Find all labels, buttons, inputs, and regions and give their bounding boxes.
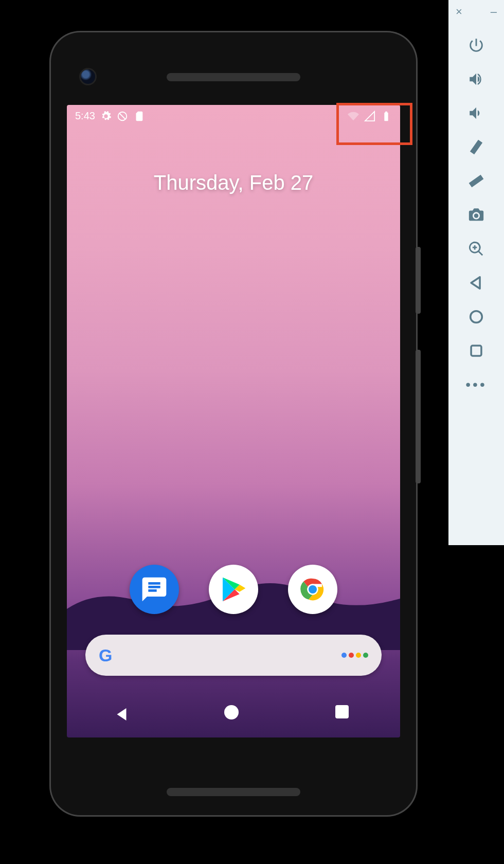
nav-back-button[interactable] [113,705,132,724]
nav-back-icon [113,705,132,724]
power-button[interactable] [465,34,488,57]
volume-up-icon [467,70,485,88]
emulator-home-button[interactable] [465,305,488,328]
circle-home-icon [467,308,485,326]
nav-home-button[interactable] [224,705,243,724]
minimize-window-button[interactable]: – [491,6,497,17]
screenshot-button[interactable] [465,204,488,226]
wifi-icon [348,111,359,122]
status-bar[interactable]: 5:43 [67,105,400,127]
status-bar-right [348,111,392,122]
app-dock [67,565,400,614]
chrome-icon [298,575,327,604]
volume-up-button[interactable] [465,68,488,91]
zoom-in-icon [467,240,485,258]
rotate-left-icon [467,138,485,156]
close-window-button[interactable]: × [456,6,462,17]
google-search-bar[interactable]: G [85,635,382,676]
battery-icon [381,111,392,122]
emulator-overview-button[interactable] [465,339,488,362]
google-logo-icon: G [99,645,112,665]
chrome-app[interactable] [288,565,337,614]
rotate-right-button[interactable] [465,170,488,192]
nav-home-icon [224,705,239,719]
home-date-widget[interactable]: Thursday, Feb 27 [67,171,400,194]
play-store-app[interactable] [209,565,258,614]
assistant-icon[interactable] [341,653,368,658]
triangle-back-icon [467,274,485,292]
zoom-button[interactable] [465,238,488,260]
power-icon [467,37,485,54]
nav-overview-icon [335,705,349,718]
play-store-icon [219,575,248,604]
emulator-back-button[interactable] [465,272,488,294]
status-bar-left: 5:43 [75,110,145,122]
svg-line-3 [119,113,125,119]
emulator-toolbar: × – ••• [448,0,504,545]
messages-app[interactable] [130,565,179,614]
physical-power-button [416,247,421,314]
bottom-speaker [167,788,300,796]
emulator-window-controls: × – [448,3,504,23]
android-nav-bar [67,691,400,737]
rotate-right-icon [467,172,485,190]
emulator-more-button[interactable]: ••• [465,373,488,396]
earpiece [167,73,300,81]
device-screen[interactable]: 5:43 Thursday, Feb 27 [67,105,400,737]
svg-rect-1 [471,346,481,356]
status-time: 5:43 [75,110,95,122]
sd-card-icon [133,111,145,122]
volume-down-icon [467,104,485,122]
front-camera [79,68,97,85]
phone-frame: 5:43 Thursday, Feb 27 [49,31,418,817]
volume-down-button[interactable] [465,102,488,124]
svg-point-0 [471,311,482,323]
gear-icon [100,111,112,122]
messages-icon [140,575,169,604]
rotate-left-button[interactable] [465,136,488,158]
do-not-disturb-icon [117,111,128,122]
camera-icon [467,206,485,224]
cellular-icon [364,111,375,122]
nav-overview-button[interactable] [335,705,354,724]
physical-volume-rocker [416,350,421,483]
more-icon: ••• [465,376,487,393]
square-overview-icon [467,342,485,359]
